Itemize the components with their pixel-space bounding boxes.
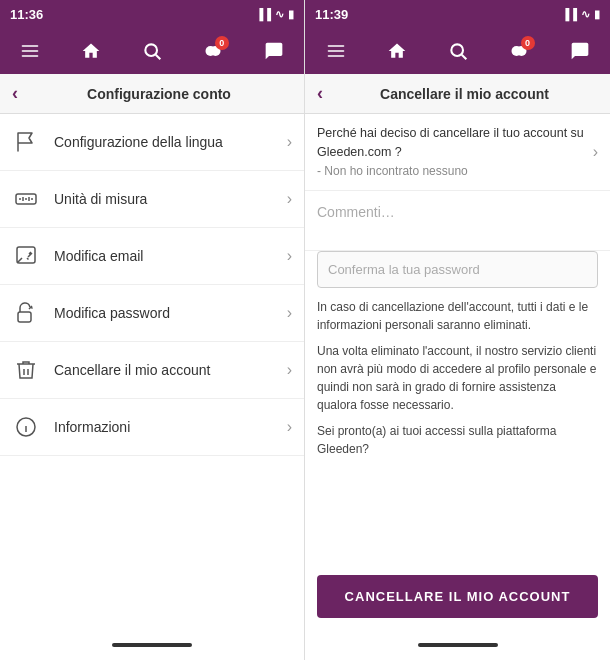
right-coins-badge: 0 (521, 36, 535, 50)
info-text-block: In caso di cancellazione dell'account, t… (305, 288, 610, 565)
right-nav-menu-icon[interactable] (326, 41, 346, 61)
menu-label-info: Informazioni (54, 419, 273, 435)
chevron-email-icon: › (287, 247, 292, 265)
right-signal-icon: ▐▐ (561, 8, 577, 20)
svg-rect-0 (22, 45, 39, 47)
flag-icon (12, 128, 40, 156)
right-bottom-bar (305, 630, 610, 660)
left-signal-icon: ▐▐ (255, 8, 271, 20)
chevron-password-icon: › (287, 304, 292, 322)
menu-item-language[interactable]: Configurazione della lingua › (0, 114, 304, 171)
left-panel: 11:36 ▐▐ ∿ ▮ (0, 0, 305, 660)
chevron-info-icon: › (287, 418, 292, 436)
right-wifi-icon: ∿ (581, 8, 590, 21)
right-time: 11:39 (315, 7, 348, 22)
info-icon (12, 413, 40, 441)
left-battery-icon: ▮ (288, 8, 294, 21)
reason-sub: - Non ho incontrato nessuno (317, 164, 468, 178)
right-section-header: ‹ Cancellare il mio account (305, 74, 610, 114)
reason-title: Perché hai deciso di cancellare il tuo a… (317, 126, 584, 159)
right-panel: 11:39 ▐▐ ∿ ▮ (305, 0, 610, 660)
svg-rect-20 (327, 45, 344, 47)
left-section-header: ‹ Configurazione conto (0, 74, 304, 114)
left-back-arrow[interactable]: ‹ (12, 83, 18, 104)
menu-label-delete-account: Cancellare il mio account (54, 362, 273, 378)
menu-item-password[interactable]: Modifica password › (0, 285, 304, 342)
left-status-icons: ▐▐ ∿ ▮ (255, 8, 294, 21)
left-nav-bar: 0 (0, 28, 304, 74)
svg-rect-2 (22, 55, 39, 57)
svg-rect-1 (22, 50, 39, 52)
menu-item-units[interactable]: Unità di misura › (0, 171, 304, 228)
chevron-language-icon: › (287, 133, 292, 151)
right-nav-search-icon[interactable] (448, 41, 468, 61)
left-time: 11:36 (10, 7, 43, 22)
svg-line-4 (156, 55, 161, 60)
password-placeholder: Conferma la tua password (328, 262, 480, 277)
left-home-indicator (112, 643, 192, 647)
right-section-title: Cancellare il mio account (331, 86, 598, 102)
delete-reason-row[interactable]: Perché hai deciso di cancellare il tuo a… (305, 114, 610, 191)
svg-line-24 (461, 55, 466, 60)
nav-coins-icon[interactable]: 0 (203, 41, 223, 61)
right-nav-bar: 0 (305, 28, 610, 74)
trash-icon (12, 356, 40, 384)
nav-search-icon[interactable] (142, 41, 162, 61)
nav-home-icon[interactable] (81, 41, 101, 61)
menu-item-delete-account[interactable]: Cancellare il mio account › (0, 342, 304, 399)
left-status-bar: 11:36 ▐▐ ∿ ▮ (0, 0, 304, 28)
coins-badge: 0 (215, 36, 229, 50)
menu-label-email: Modifica email (54, 248, 273, 264)
comment-placeholder: Commenti… (317, 204, 395, 220)
right-battery-icon: ▮ (594, 8, 600, 21)
menu-label-language: Configurazione della lingua (54, 134, 273, 150)
left-wifi-icon: ∿ (275, 8, 284, 21)
nav-messages-icon[interactable] (264, 41, 284, 61)
svg-rect-21 (327, 50, 344, 52)
svg-rect-14 (18, 312, 31, 322)
svg-point-3 (145, 44, 157, 56)
edit-lock-icon (12, 299, 40, 327)
chevron-delete-icon: › (287, 361, 292, 379)
right-nav-coins-icon[interactable]: 0 (509, 41, 529, 61)
info-text-1: In caso di cancellazione dell'account, t… (317, 298, 598, 334)
right-back-arrow[interactable]: ‹ (317, 83, 323, 104)
chevron-reason-icon: › (593, 143, 598, 161)
menu-item-info[interactable]: Informazioni › (0, 399, 304, 456)
chevron-units-icon: › (287, 190, 292, 208)
menu-label-units: Unità di misura (54, 191, 273, 207)
svg-rect-22 (327, 55, 344, 57)
left-bottom-bar (0, 630, 304, 660)
menu-item-email[interactable]: Modifica email › (0, 228, 304, 285)
right-nav-home-icon[interactable] (387, 41, 407, 61)
left-section-title: Configurazione conto (26, 86, 292, 102)
menu-label-password: Modifica password (54, 305, 273, 321)
info-text-3: Sei pronto(a) ai tuoi accessi sulla piat… (317, 422, 598, 458)
left-menu-list: Configurazione della lingua › Unità di m… (0, 114, 304, 630)
right-status-icons: ▐▐ ∿ ▮ (561, 8, 600, 21)
right-nav-messages-icon[interactable] (570, 41, 590, 61)
ruler-icon (12, 185, 40, 213)
edit-email-icon (12, 242, 40, 270)
delete-reason-text: Perché hai deciso di cancellare il tuo a… (317, 124, 593, 180)
delete-account-button[interactable]: CANCELLARE IL MIO ACCOUNT (317, 575, 598, 618)
comment-area[interactable]: Commenti… (305, 191, 610, 251)
password-field[interactable]: Conferma la tua password (317, 251, 598, 288)
right-home-indicator (418, 643, 498, 647)
svg-point-23 (451, 44, 463, 56)
info-text-2: Una volta eliminato l'account, il nostro… (317, 342, 598, 414)
right-status-bar: 11:39 ▐▐ ∿ ▮ (305, 0, 610, 28)
nav-menu-icon[interactable] (20, 41, 40, 61)
